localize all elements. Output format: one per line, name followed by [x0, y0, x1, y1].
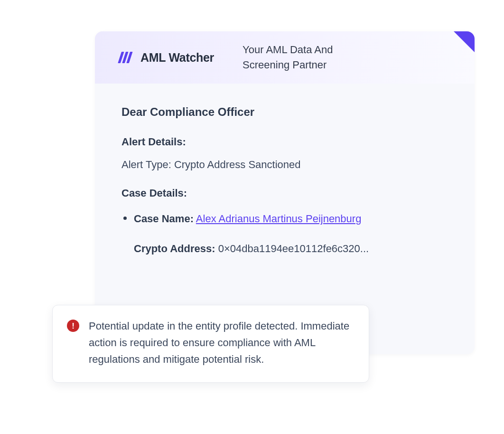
case-details-heading: Case Details: — [121, 187, 448, 199]
alert-type-value: Crypto Address Sanctioned — [174, 159, 301, 170]
case-name-link[interactable]: Alex Adrianus Martinus Peijnenburg — [196, 213, 362, 225]
card-body: Dear Compliance Officer Alert Details: A… — [95, 84, 475, 256]
brand-tagline: Your AML Data And Screening Partner — [243, 42, 375, 73]
case-details-list: Case Name: Alex Adrianus Martinus Peijne… — [121, 211, 448, 256]
brand-logo: AML Watcher — [118, 49, 214, 66]
case-name-label: Case Name: — [134, 213, 194, 225]
warning-text: Potential update in the entity profile d… — [89, 318, 355, 368]
alert-type-label: Alert Type: — [121, 159, 171, 170]
brand-logo-icon — [118, 49, 135, 66]
page-container: AML Watcher Your AML Data And Screening … — [0, 0, 504, 434]
exclamation-icon: ! — [67, 320, 79, 332]
crypto-address-value: 0×04dba1194ee10112fe6c320... — [218, 243, 369, 255]
case-name-item: Case Name: Alex Adrianus Martinus Peijne… — [134, 211, 448, 226]
alert-details-heading: Alert Details: — [121, 136, 448, 148]
greeting-text: Dear Compliance Officer — [121, 105, 448, 119]
brand-name: AML Watcher — [140, 51, 214, 65]
alert-type-line: Alert Type: Crypto Address Sanctioned — [121, 159, 448, 171]
crypto-address-item: Crypto Address: 0×04dba1194ee10112fe6c32… — [134, 241, 448, 256]
crypto-address-label: Crypto Address: — [134, 243, 215, 255]
corner-accent-icon — [454, 31, 475, 52]
card-header: AML Watcher Your AML Data And Screening … — [95, 31, 475, 84]
warning-callout: ! Potential update in the entity profile… — [52, 305, 369, 383]
